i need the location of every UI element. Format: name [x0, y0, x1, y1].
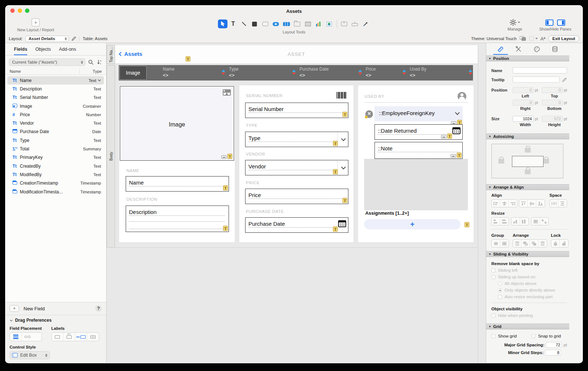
sliding-up-checkbox[interactable]: [491, 275, 495, 279]
tab-control-tool[interactable]: [293, 19, 302, 28]
add-assignment-button[interactable]: +: [364, 219, 460, 229]
sidebar-tab-fields[interactable]: Fields: [14, 47, 27, 55]
button-bar-tool[interactable]: [282, 19, 291, 28]
field-row-modifiedby[interactable]: TtModifiedByText: [7, 170, 104, 179]
list-header-column-name[interactable]: Name<>: [163, 67, 175, 78]
description-field[interactable]: Description T: [126, 206, 229, 232]
align-v-button-2[interactable]: [528, 200, 536, 207]
group-button-1[interactable]: [492, 240, 500, 247]
field-row-type[interactable]: TtTypeText: [7, 136, 104, 145]
align-h-button-3[interactable]: [509, 200, 517, 207]
theme-swatch-icon[interactable]: [520, 36, 526, 41]
resize-3-button-1[interactable]: [531, 218, 540, 225]
field-row-creationtimestamp[interactable]: CreationTimestampTimestamp: [7, 179, 104, 188]
line-tool[interactable]: [239, 19, 249, 28]
align-h-button-2[interactable]: [500, 200, 509, 207]
purchase-date-field[interactable]: Purchase Date T: [245, 217, 348, 233]
label-above-button[interactable]: [64, 333, 75, 341]
text-object-badge[interactable]: T: [186, 56, 190, 61]
remove-related-icon[interactable]: [365, 110, 373, 118]
field-row-total[interactable]: ΣfxTotalSummary: [7, 145, 104, 153]
button-tool[interactable]: [261, 19, 270, 28]
table-selector[interactable]: Current Table ("Assets"): [9, 58, 85, 66]
arrange-button-2[interactable]: [521, 240, 530, 247]
anchor-right-lock-icon[interactable]: [543, 159, 549, 164]
sort-icon[interactable]: az: [97, 59, 103, 65]
help-button[interactable]: ?: [95, 305, 102, 312]
list-header-object[interactable]: Image Name<>Type<>Purchase Date<>Price<>…: [119, 65, 473, 81]
field-row-primarykey[interactable]: TtPrimaryKeyText: [7, 153, 104, 162]
align-v-button-3[interactable]: [536, 200, 545, 207]
group-button-2[interactable]: [500, 240, 509, 247]
field-row-description[interactable]: TtDescriptionText: [7, 85, 104, 93]
sliding-section-header[interactable]: Sliding & Visibility: [486, 251, 569, 257]
inspector-position-tab[interactable]: [493, 44, 508, 55]
position-section-header[interactable]: Position: [486, 56, 569, 61]
sidebar-tab-objects[interactable]: Objects: [35, 47, 51, 55]
anchor-left-lock-icon[interactable]: [498, 159, 504, 164]
serial-number-field[interactable]: Serial Number T: [245, 103, 348, 118]
search-icon[interactable]: [88, 60, 94, 65]
arrange-button-3[interactable]: [530, 240, 538, 247]
select-tool[interactable]: [218, 19, 227, 28]
eyedropper-tool[interactable]: [361, 19, 370, 28]
list-header-column-price[interactable]: Price<>: [366, 67, 376, 78]
align-v-button-1[interactable]: [519, 200, 528, 207]
size-height-input[interactable]: 572: [542, 116, 563, 122]
resize-enclosing-checkbox[interactable]: [498, 295, 502, 299]
portal-tool[interactable]: [303, 19, 313, 28]
new-field-button[interactable]: +: [10, 305, 19, 312]
vendor-dropdown-field[interactable]: Vendor T: [245, 160, 348, 175]
font-size-icon[interactable]: Aª: [541, 36, 545, 42]
sidebar-tab-addons[interactable]: Add-ons: [59, 47, 76, 55]
tooltip-input[interactable]: [513, 76, 560, 83]
text-tool[interactable]: T: [229, 19, 238, 28]
label-inside-button[interactable]: [87, 333, 99, 341]
snap-to-grid-checkbox[interactable]: [531, 334, 535, 338]
style-dropdown-icon[interactable]: [529, 36, 538, 41]
close-window-button[interactable]: [10, 8, 15, 13]
hide-when-printing-checkbox[interactable]: [491, 314, 495, 318]
major-grid-input[interactable]: 72: [546, 342, 562, 348]
inspector-appearance-tab[interactable]: [511, 44, 526, 55]
resize-2-button-2[interactable]: [520, 218, 528, 225]
list-header-column-type[interactable]: Type<>: [229, 67, 239, 78]
part-label-top-navigation[interactable]: Top Na...: [107, 45, 115, 64]
barcode-icon[interactable]: [337, 92, 347, 99]
name-field[interactable]: Name T: [126, 176, 229, 192]
exit-layout-button[interactable]: Exit Layout: [548, 35, 579, 42]
detail-panel-right[interactable]: USED BY ::EmployeeForeignKey T ::Date Re…: [358, 85, 474, 243]
drag-preferences-header[interactable]: Drag Preferences: [10, 318, 102, 323]
resize-3-button-2[interactable]: [540, 218, 548, 225]
size-width-input[interactable]: 1024: [513, 116, 534, 122]
sliding-left-checkbox[interactable]: [491, 268, 495, 272]
object-name-input[interactable]: [513, 67, 567, 74]
chart-tool[interactable]: [314, 19, 323, 28]
list-header-column-purchase-date[interactable]: Purchase Date<>: [300, 67, 329, 78]
column-type[interactable]: Type: [80, 69, 102, 74]
list-header-column-used-by[interactable]: Used By<>: [410, 67, 426, 78]
grid-section-header[interactable]: Grid: [486, 324, 569, 329]
column-name[interactable]: Name: [10, 69, 80, 74]
edit-layout-pencil-icon[interactable]: [71, 36, 76, 41]
field-row-purchase-date[interactable]: Purchase DateDate: [7, 128, 104, 136]
field-row-vendor[interactable]: TtVendorText: [7, 119, 104, 127]
field-label-place-tool[interactable]: ↓: [350, 19, 360, 28]
popover-button-tool[interactable]: [271, 19, 281, 28]
anchor-bottom-lock-icon[interactable]: [525, 170, 531, 174]
manage-button[interactable]: [502, 19, 528, 26]
body-part-boundary[interactable]: [115, 247, 478, 248]
employee-foreign-key-dropdown[interactable]: ::EmployeeForeignKey T: [374, 106, 463, 121]
zoom-window-button[interactable]: [25, 8, 29, 13]
arrange-button-4[interactable]: [538, 240, 547, 247]
field-row-image[interactable]: ImageContainer: [7, 102, 104, 110]
detail-panel-left[interactable]: Image T NAME Name T DESCRIPTION Descript…: [119, 85, 235, 243]
layout-canvas[interactable]: Top Na... Body Assets ASSET T Image Name…: [107, 43, 486, 363]
placement-stacked-button[interactable]: [10, 333, 22, 341]
assignments-portal[interactable]: [364, 159, 468, 210]
price-field[interactable]: Price T: [245, 189, 348, 204]
part-label-body[interactable]: Body: [107, 65, 115, 247]
date-returned-field[interactable]: ::Date Returned T: [374, 124, 463, 140]
autosizing-section-header[interactable]: Autosizing: [486, 133, 569, 139]
layout-select[interactable]: Asset Details: [25, 36, 69, 42]
